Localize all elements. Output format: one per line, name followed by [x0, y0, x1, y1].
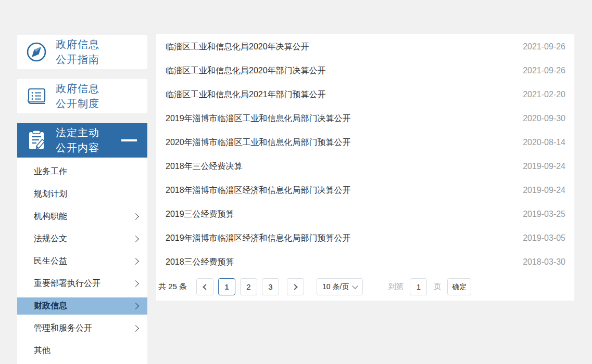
sidebar-item-planning[interactable]: 规划计划 — [17, 183, 147, 205]
list-item[interactable]: 2019年淄博市临淄区经济和信息化局部门预算公开 2019-03-05 — [156, 226, 574, 250]
list-item[interactable]: 2019三公经费预算 2019-03-25 — [156, 202, 574, 226]
menu-label: 其他 — [34, 345, 51, 356]
article-title[interactable]: 2019年淄博市临淄区工业和信息化局部门决算公开 — [166, 113, 351, 124]
article-date: 2018-03-30 — [523, 257, 565, 267]
article-title[interactable]: 2019三公经费预算 — [166, 209, 234, 220]
menu-label: 财政信息 — [34, 301, 67, 311]
article-list-panel: 临淄区工业和信息化局2020年决算公开 2021-09-26 临淄区工业和信息化… — [156, 34, 574, 301]
goto-page-input[interactable] — [410, 278, 427, 295]
article-title[interactable]: 2018年三公经费决算 — [166, 161, 243, 172]
menu-label: 法规公文 — [34, 233, 67, 244]
sidebar-item-other[interactable]: 其他 — [17, 340, 147, 362]
list-item[interactable]: 临淄区工业和信息化局2020年决算公开 2021-09-26 — [156, 35, 574, 59]
sidebar-section-label: 法定主动 公开内容 — [56, 125, 99, 155]
menu-label: 机构职能 — [34, 211, 67, 222]
list-item[interactable]: 临淄区工业和信息化局2020年部门决算公开 2021-09-26 — [156, 59, 574, 83]
goto-prefix-label: 到第 — [388, 282, 404, 292]
list-item[interactable]: 2020年淄博市临淄区工业和信息化局部门预算公开 2020-08-14 — [156, 131, 574, 154]
page-button-3[interactable]: 3 — [262, 278, 279, 295]
page-size-value: 10 条/页 — [322, 282, 349, 292]
page-button-1[interactable]: 1 — [218, 278, 235, 295]
chevron-right-icon — [132, 280, 139, 287]
next-page-button[interactable] — [287, 278, 304, 295]
article-title[interactable]: 临淄区工业和信息化局2020年决算公开 — [166, 42, 309, 53]
notebook-icon — [17, 85, 56, 108]
total-count: 共 25 条 — [158, 282, 187, 292]
page-button-2[interactable]: 2 — [240, 278, 257, 295]
list-item[interactable]: 2018年淄博市临淄区经济和信息化局部门决算公开 2019-09-24 — [156, 178, 574, 202]
clipboard-pencil-icon — [17, 128, 56, 152]
article-date: 2021-09-26 — [523, 66, 565, 75]
goto-suffix-label: 页 — [433, 282, 441, 292]
sidebar-section-statutory-disclosure[interactable]: 法定主动 公开内容 — [17, 123, 147, 158]
article-date: 2021-02-20 — [523, 90, 565, 99]
collapse-minus-icon[interactable] — [121, 139, 137, 141]
article-date: 2019-03-05 — [523, 233, 565, 243]
sidebar-item-fiscal-info[interactable]: 财政信息 — [17, 297, 147, 315]
page: 政府信息 公开指南 政府信息 公开制度 — [0, 0, 592, 364]
article-title[interactable]: 临淄区工业和信息化局2021年部门预算公开 — [166, 89, 326, 100]
article-date: 2020-08-14 — [523, 138, 565, 147]
chevron-left-icon — [203, 284, 208, 290]
sidebar-item-org-functions[interactable]: 机构职能 — [17, 205, 147, 228]
sidebar-item-system[interactable]: 政府信息 公开制度 — [17, 79, 147, 113]
sidebar-item-management-services[interactable]: 管理和服务公开 — [17, 317, 147, 340]
menu-label: 管理和服务公开 — [34, 323, 92, 334]
menu-label: 重要部署执行公开 — [34, 278, 100, 289]
chevron-right-icon — [132, 236, 139, 242]
chevron-right-icon — [132, 258, 139, 265]
confirm-button[interactable]: 确定 — [447, 278, 471, 295]
list-item[interactable]: 2019年淄博市临淄区工业和信息化局部门决算公开 2020-09-30 — [156, 107, 574, 131]
sidebar-menu: 业务工作 规划计划 机构职能 法规公文 民生公益 重要部署执行公开 — [17, 158, 147, 364]
article-date: 2019-09-24 — [523, 186, 565, 195]
sidebar-item-regulations[interactable]: 法规公文 — [17, 228, 147, 250]
article-date: 2021-09-26 — [523, 42, 565, 51]
page-size-select[interactable]: 10 条/页 — [317, 278, 363, 295]
article-title[interactable]: 临淄区工业和信息化局2020年部门决算公开 — [166, 66, 326, 76]
pagination: 共 25 条 1 2 3 10 条/页 到第 页 确定 — [156, 278, 574, 295]
page-jump: 到第 页 确定 — [388, 278, 471, 295]
chevron-down-icon — [352, 283, 358, 289]
sidebar-item-key-deployment[interactable]: 重要部署执行公开 — [17, 272, 147, 295]
compass-icon — [17, 41, 56, 63]
list-item[interactable]: 2018年三公经费决算 2019-09-24 — [156, 154, 574, 178]
chevron-right-icon — [292, 284, 297, 290]
article-title[interactable]: 2018年淄博市临淄区经济和信息化局部门决算公开 — [166, 185, 351, 196]
chevron-right-icon — [132, 303, 139, 309]
sidebar-item-label: 政府信息 公开制度 — [56, 81, 99, 111]
list-item[interactable]: 临淄区工业和信息化局2021年部门预算公开 2021-02-20 — [156, 83, 574, 107]
article-date: 2020-09-30 — [523, 114, 565, 123]
list-item[interactable]: 2018三公经费预算 2018-03-30 — [156, 250, 574, 274]
menu-label: 民生公益 — [34, 256, 67, 267]
sidebar: 政府信息 公开指南 政府信息 公开制度 — [17, 35, 147, 364]
article-title[interactable]: 2020年淄博市临淄区工业和信息化局部门预算公开 — [166, 137, 351, 148]
menu-label: 规划计划 — [34, 189, 67, 200]
article-title[interactable]: 2018三公经费预算 — [166, 257, 234, 268]
article-date: 2019-03-25 — [523, 210, 565, 219]
article-title[interactable]: 2019年淄博市临淄区经济和信息化局部门预算公开 — [166, 233, 351, 244]
article-date: 2019-09-24 — [523, 162, 565, 171]
menu-label: 业务工作 — [34, 166, 67, 177]
sidebar-item-business-work[interactable]: 业务工作 — [17, 161, 147, 183]
prev-page-button[interactable] — [196, 278, 213, 295]
chevron-right-icon — [132, 325, 139, 332]
chevron-right-icon — [132, 213, 139, 220]
sidebar-item-label: 政府信息 公开指南 — [56, 37, 99, 67]
sidebar-item-livelihood[interactable]: 民生公益 — [17, 250, 147, 272]
sidebar-item-guide[interactable]: 政府信息 公开指南 — [17, 35, 147, 69]
